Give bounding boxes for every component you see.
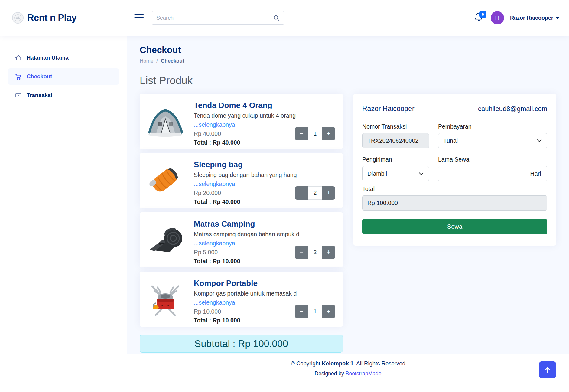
search-icon[interactable] <box>273 15 280 21</box>
search-box <box>152 11 284 25</box>
notifications-button[interactable]: 6 <box>474 12 485 24</box>
bottom-strip <box>0 384 569 392</box>
sidebar-item-halaman-utama[interactable]: Halaman Utama <box>8 50 119 66</box>
product-more-link[interactable]: ...selengkapnya <box>194 181 297 188</box>
main-area: Checkout Home / Checkout List Produk <box>127 36 569 384</box>
qty-increase-button[interactable]: + <box>322 246 335 259</box>
lama-sewa-group: Hari <box>438 166 547 181</box>
pengiriman-label: Pengiriman <box>362 156 429 163</box>
product-title: Kompor Portable <box>194 279 297 288</box>
qty-increase-button[interactable]: + <box>322 305 335 318</box>
section-title: List Produk <box>140 74 556 87</box>
qty-decrease-button[interactable]: − <box>295 186 308 200</box>
product-image-tent <box>144 98 187 144</box>
sidebar: Halaman Utama Checkout Transaksi <box>0 36 127 384</box>
product-list: Tenda Dome 4 Orang Tenda dome yang cukup… <box>140 94 343 353</box>
product-total: Total : Rp 40.000 <box>194 198 297 205</box>
quantity-stepper: − + <box>295 246 335 259</box>
total-label: Total <box>362 185 547 192</box>
qty-decrease-button[interactable]: − <box>295 127 308 140</box>
breadcrumb-home-link[interactable]: Home <box>140 58 153 64</box>
credits-line: Designed by BootstrapMade <box>127 371 569 377</box>
sidebar-item-label: Halaman Utama <box>27 54 69 61</box>
copyright-line: © Copyright Kelompok 1. All Rights Reser… <box>127 360 569 367</box>
breadcrumb-current: Checkout <box>161 58 184 64</box>
breadcrumb-separator: / <box>156 58 158 64</box>
product-title: Tenda Dome 4 Orang <box>194 101 296 110</box>
product-title: Matras Camping <box>194 219 299 229</box>
lama-sewa-addon: Hari <box>524 166 547 181</box>
product-title: Sleeping bag <box>194 160 297 169</box>
page-title: Checkout <box>140 45 556 55</box>
total-input <box>362 195 547 211</box>
product-card: Sleeping bag Sleeping bag dengan bahan y… <box>140 153 343 208</box>
user-name: Razor Raicooper <box>510 15 553 21</box>
order-panel: Razor Raicooper cauhileud8@gmail.com Nom… <box>353 94 556 246</box>
qty-input[interactable] <box>308 246 322 259</box>
product-description: Matras camping dengan bahan empuk d <box>194 231 299 238</box>
brand-name: Rent n Play <box>27 12 76 23</box>
sewa-button[interactable]: Sewa <box>362 219 547 234</box>
avatar[interactable]: R <box>491 11 504 24</box>
copyright-suffix: . All Rights Reserved <box>353 360 405 367</box>
product-more-link[interactable]: ...selengkapnya <box>194 240 299 247</box>
bootstrapmade-link[interactable]: BootstrapMade <box>346 371 382 377</box>
designed-by-text: Designed by <box>315 371 346 377</box>
subtotal-banner: Subtotal : Rp 100.000 <box>140 335 343 353</box>
pengiriman-select[interactable]: Diambil <box>362 166 429 181</box>
brand-logo-icon <box>12 12 24 24</box>
quantity-stepper: − + <box>295 186 335 200</box>
copyright-brand: Kelompok 1 <box>322 360 353 367</box>
search-input[interactable] <box>156 15 273 21</box>
scroll-to-top-button[interactable] <box>539 361 556 378</box>
breadcrumb: Home / Checkout <box>140 58 556 64</box>
arrow-up-icon <box>544 366 551 374</box>
brand[interactable]: Rent n Play <box>12 12 112 24</box>
qty-input[interactable] <box>308 186 322 200</box>
qty-increase-button[interactable]: + <box>322 127 335 140</box>
qty-decrease-button[interactable]: − <box>295 246 308 259</box>
chevron-down-icon <box>537 138 542 143</box>
qty-decrease-button[interactable]: − <box>295 305 308 318</box>
top-header: Rent n Play 6 R Razor Raicooper <box>0 0 569 36</box>
pembayaran-label: Pembayaran <box>438 123 547 130</box>
product-image-sleeping-bag <box>144 158 187 204</box>
qty-increase-button[interactable]: + <box>322 186 335 200</box>
sidebar-item-transaksi[interactable]: Transaksi <box>8 87 119 103</box>
nomor-transaksi-label: Nomor Transaksi <box>362 123 429 130</box>
product-more-link[interactable]: ...selengkapnya <box>194 121 296 128</box>
product-image-mat <box>144 217 187 263</box>
product-more-link[interactable]: ...selengkapnya <box>194 299 297 306</box>
product-price: Rp 10.000 <box>194 308 297 315</box>
product-total: Total : Rp 40.000 <box>194 139 296 146</box>
header-right: 6 R Razor Raicooper <box>474 11 559 24</box>
sidebar-item-checkout[interactable]: Checkout <box>8 68 119 85</box>
footer: © Copyright Kelompok 1. All Rights Reser… <box>127 354 569 384</box>
quantity-stepper: − + <box>295 305 335 318</box>
cash-icon <box>15 92 22 99</box>
product-card: Kompor Portable Kompor gas portable untu… <box>140 272 343 327</box>
product-description: Kompor gas portable untuk memasak d <box>194 290 297 297</box>
lama-sewa-input[interactable] <box>438 166 524 181</box>
pembayaran-value: Tunai <box>443 137 458 144</box>
pengiriman-value: Diambil <box>367 170 387 177</box>
lama-sewa-label: Lama Sewa <box>438 156 547 163</box>
quantity-stepper: − + <box>295 127 335 140</box>
chevron-down-icon <box>418 171 424 176</box>
qty-input[interactable] <box>308 305 322 318</box>
product-price: Rp 40.000 <box>194 130 296 137</box>
customer-name: Razor Raicooper <box>362 105 415 113</box>
product-description: Sleeping bag dengan bahan yang hang <box>194 172 297 178</box>
copyright-prefix: © Copyright <box>291 360 322 367</box>
product-description: Tenda dome yang cukup untuk 4 orang <box>194 112 296 119</box>
qty-input[interactable] <box>308 127 322 140</box>
product-price: Rp 20.000 <box>194 190 297 197</box>
menu-toggle-icon[interactable] <box>134 14 144 21</box>
user-menu[interactable]: Razor Raicooper <box>510 15 559 21</box>
product-image-stove <box>144 276 187 322</box>
product-price: Rp 5.000 <box>194 249 299 256</box>
notification-badge: 6 <box>479 11 486 18</box>
nomor-transaksi-input <box>362 133 429 148</box>
pembayaran-select[interactable]: Tunai <box>438 133 547 148</box>
home-icon <box>15 54 22 61</box>
